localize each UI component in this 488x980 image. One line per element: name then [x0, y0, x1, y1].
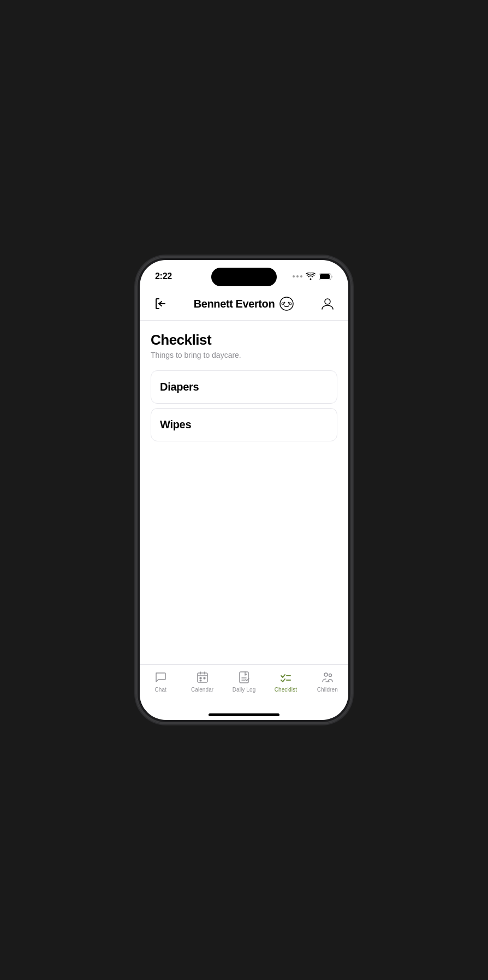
tab-chat-label: Chat [154, 687, 166, 693]
tab-children-label: Children [317, 687, 338, 693]
svg-rect-15 [200, 680, 201, 681]
tab-daily-log[interactable]: Daily Log [223, 670, 265, 693]
battery-icon [319, 273, 333, 280]
header: Bennett Everton [140, 290, 348, 320]
checklist-item-label: Wipes [160, 418, 191, 430]
children-icon [320, 670, 335, 684]
baby-face-icon [279, 296, 294, 311]
back-button[interactable] [151, 294, 170, 314]
svg-rect-9 [198, 673, 207, 682]
signal-icon [293, 275, 302, 278]
checklist-icon [278, 670, 293, 684]
wifi-icon [306, 273, 316, 280]
dynamic-island [211, 268, 277, 286]
profile-button[interactable] [318, 294, 337, 314]
home-bar [209, 713, 279, 716]
svg-point-7 [289, 303, 291, 305]
svg-rect-14 [204, 677, 205, 679]
tab-bar: Chat Calendar [140, 664, 348, 709]
checklist-items: Diapers Wipes [151, 370, 337, 441]
phone-frame: 2:22 [136, 257, 352, 723]
status-icons [293, 273, 333, 280]
checklist-item-wipes[interactable]: Wipes [151, 408, 337, 441]
checklist-item-diapers[interactable]: Diapers [151, 370, 337, 404]
tab-checklist[interactable]: Checklist [265, 670, 306, 693]
svg-point-3 [280, 297, 293, 310]
status-time: 2:22 [155, 271, 172, 281]
chat-icon [153, 670, 168, 684]
tab-chat[interactable]: Chat [140, 670, 181, 693]
checklist-subtitle: Things to bring to daycare. [151, 351, 337, 359]
page-title: Bennett Everton [194, 298, 275, 310]
tab-calendar-label: Calendar [191, 687, 213, 693]
svg-point-8 [325, 299, 330, 304]
svg-point-21 [329, 674, 331, 677]
daily-log-icon [237, 670, 251, 684]
checklist-item-label: Diapers [160, 381, 199, 393]
tab-daily-log-label: Daily Log [233, 687, 256, 693]
svg-rect-1 [320, 274, 330, 279]
svg-point-20 [324, 673, 328, 676]
checklist-title: Checklist [151, 332, 337, 349]
main-content: Checklist Things to bring to daycare. Di… [140, 321, 348, 664]
calendar-icon [195, 670, 210, 684]
phone-screen: 2:22 [140, 260, 348, 720]
tab-children[interactable]: Children [307, 670, 348, 693]
svg-rect-13 [200, 677, 201, 679]
header-title-area: Bennett Everton [194, 296, 294, 311]
tab-calendar[interactable]: Calendar [181, 670, 223, 693]
tab-checklist-label: Checklist [275, 687, 297, 693]
home-indicator [140, 709, 348, 720]
svg-point-6 [282, 303, 284, 305]
